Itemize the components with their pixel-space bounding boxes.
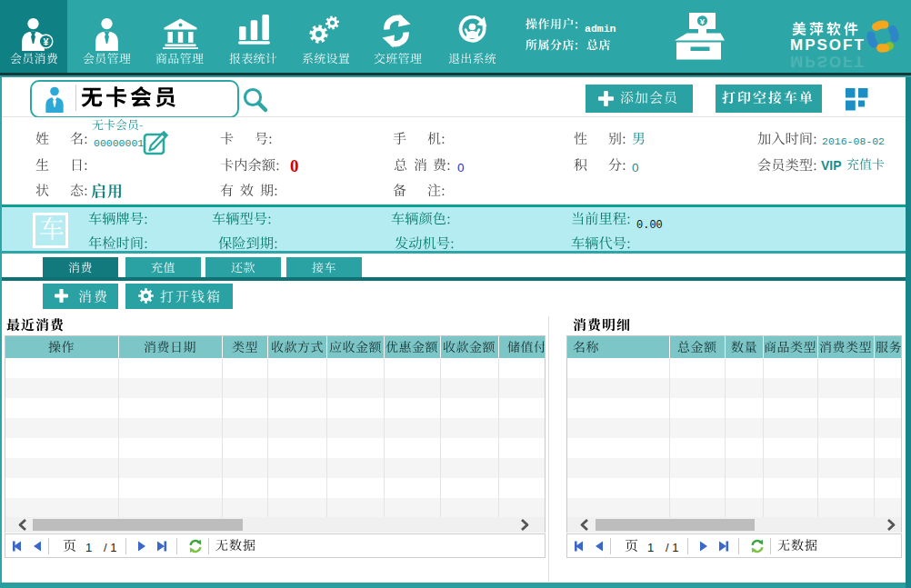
- svg-text:¥: ¥: [700, 16, 706, 26]
- svg-text:¥: ¥: [44, 36, 49, 47]
